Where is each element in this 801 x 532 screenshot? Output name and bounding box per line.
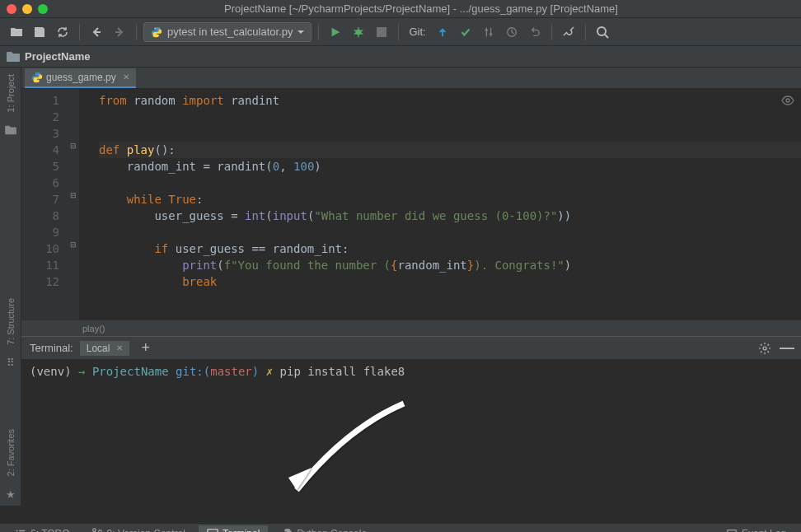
structure-tool-icon[interactable]: ⠿ [4,357,17,370]
run-config-label: pytest in test_calculator.py [167,26,293,38]
terminal-settings-icon[interactable] [758,342,771,355]
close-tab-icon[interactable]: ✕ [123,72,129,82]
svg-point-6 [786,99,789,102]
favorites-tool-button[interactable]: 2: Favorites [6,422,16,483]
terminal-tab-local[interactable]: Local ✕ [80,341,130,356]
search-icon[interactable] [593,22,612,42]
python-icon [281,528,293,533]
titlebar: ProjectName [~/PycharmProjects/ProjectNa… [0,0,801,18]
window-close-button[interactable] [7,4,16,14]
hide-terminal-icon[interactable]: — [780,339,794,357]
editor-breadcrumb[interactable]: play() [0,320,801,336]
vcs-update-icon[interactable] [433,22,452,42]
debug-icon[interactable] [349,22,368,42]
svg-point-8 [92,528,96,531]
sync-icon[interactable] [53,22,73,42]
open-icon[interactable] [7,22,26,42]
window-zoom-button[interactable] [38,4,48,14]
run-configuration-selector[interactable]: pytest in test_calculator.py [143,22,312,42]
main-toolbar: pytest in test_calculator.py Git: [0,18,801,46]
editor-tabs: guess_game.py ✕ [21,68,801,89]
branch-icon [91,528,103,533]
git-label: Git: [409,26,425,38]
event-log-tool-button[interactable]: Event Log [718,525,794,533]
svg-point-2 [356,29,362,35]
vcs-commit-icon[interactable] [456,22,475,42]
chevron-down-icon [297,29,304,35]
window-title: ProjectName [~/PycharmProjects/ProjectNa… [48,2,794,15]
python-file-icon [31,72,43,83]
back-icon[interactable] [87,22,106,42]
terminal-header: Terminal: Local ✕ + — [0,337,801,360]
svg-point-7 [763,347,766,350]
breadcrumb-project[interactable]: ProjectName [25,50,90,63]
settings-icon[interactable] [559,22,578,42]
vcs-revert-icon[interactable] [525,22,545,42]
window-minimize-button[interactable] [22,4,32,14]
left-tool-window-bar-lower: 7: Structure ⠿ 2: Favorites ★ [0,292,21,506]
todo-tool-button[interactable]: 6: TODO [7,525,78,533]
vcs-history-icon[interactable] [502,22,522,42]
python-console-tool-button[interactable]: Python Console [273,525,375,533]
svg-rect-3 [377,27,386,37]
structure-tool-button[interactable]: 7: Structure [6,292,16,352]
bottom-tool-window-bar: 6: TODO 9: Version Control Terminal Pyth… [0,523,801,532]
editor-tab-guess-game[interactable]: guess_game.py ✕ [25,68,136,88]
tab-label: guess_game.py [46,72,116,83]
code-editor[interactable]: from random import randint def play(): r… [79,89,801,320]
terminal-icon [207,528,218,533]
line-numbers-gutter[interactable]: 123 456 789 101112 [21,89,69,320]
project-tool-icon[interactable] [4,124,17,137]
terminal-tool-button[interactable]: Terminal [199,525,268,533]
navigation-bar: ProjectName [0,46,801,68]
version-control-tool-button[interactable]: 9: Version Control [83,525,194,533]
speech-bubble-icon [726,528,738,533]
close-terminal-tab-icon[interactable]: ✕ [116,343,123,352]
left-tool-window-bar: 1: Project [0,68,21,320]
svg-rect-11 [208,529,218,532]
inspections-widget-icon[interactable] [781,94,794,107]
favorites-tool-icon[interactable]: ★ [4,488,17,501]
forward-icon[interactable] [110,22,129,42]
terminal-tool-window: Terminal: Local ✕ + — (venv) → ProjectNa… [0,336,801,523]
run-icon[interactable] [326,22,345,42]
terminal-content[interactable]: (venv) → ProjectName git:(master) ✗ pip … [0,360,801,523]
fold-gutter[interactable]: ⊟ ⊟ ⊟ [69,89,79,320]
project-tool-button[interactable]: 1: Project [6,68,16,119]
svg-point-5 [597,27,606,35]
editor-area: guess_game.py ✕ 123 456 789 101112 ⊟ ⊟ ⊟… [21,68,801,320]
folder-icon [7,51,20,63]
stop-icon[interactable] [372,22,391,42]
list-icon [15,528,26,533]
svg-point-1 [157,35,158,35]
vcs-compare-icon[interactable] [479,22,499,42]
svg-point-0 [155,28,156,29]
python-icon [151,26,162,38]
save-all-icon[interactable] [30,22,49,42]
add-terminal-icon[interactable]: + [136,339,155,357]
terminal-title: Terminal: [30,342,73,354]
